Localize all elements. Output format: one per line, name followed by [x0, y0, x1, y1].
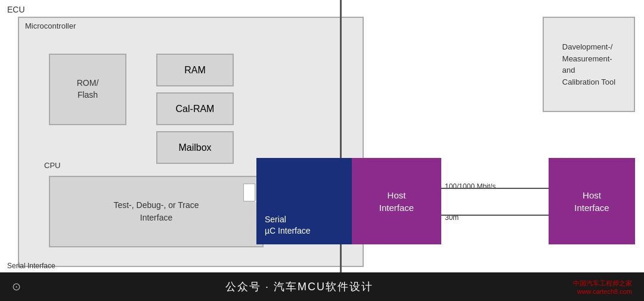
main-container: ECU Microcontroller ROM/Flash RAM Cal-RA…: [0, 0, 644, 301]
bottom-banner: ⊙ 公众号 · 汽车MCU软件设计 中国汽车工程师之家 www.cartech8…: [0, 272, 644, 301]
calram-box: Cal-RAM: [156, 92, 234, 125]
serial-interface-label: Serial Interface: [7, 262, 55, 270]
vertical-separator: [340, 0, 342, 301]
speed-label: 100/1000 Mbit/s: [445, 182, 496, 191]
wechat-icon: ⊙: [12, 280, 21, 293]
mailbox-box: Mailbox: [156, 131, 234, 164]
microcontroller-label: Microcontroller: [25, 21, 76, 30]
connector-box: [243, 184, 255, 201]
line-top: [441, 188, 549, 189]
ecu-label: ECU: [7, 5, 25, 14]
bottom-right-info: 中国汽车工程师之家 www.cartech8.com: [573, 279, 632, 295]
rom-flash-box: ROM/Flash: [49, 54, 126, 125]
ram-box: RAM: [156, 54, 234, 86]
trace-label: Test-, Debug-, or TraceInterface: [113, 199, 199, 224]
line-bottom: [441, 215, 549, 216]
trace-box: Test-, Debug-, or TraceInterface: [49, 176, 264, 247]
ram-label: RAM: [184, 65, 206, 76]
bottom-right-line2: www.cartech8.com: [573, 288, 632, 295]
cpu-label: CPU: [44, 161, 60, 170]
dev-tool-label: Davelopment-/Measurement-andCalibration …: [562, 41, 615, 88]
serial-label: SerialµC Interface: [265, 214, 311, 237]
host-interface-inner-label: HostInterface: [379, 189, 414, 214]
calram-label: Cal-RAM: [176, 104, 215, 114]
mailbox-label: Mailbox: [178, 142, 211, 153]
bottom-center-text: 公众号 · 汽车MCU软件设计: [26, 280, 573, 294]
bottom-right-line1: 中国汽车工程师之家: [573, 279, 632, 288]
host-interface-outer: HostInterface: [549, 158, 635, 244]
rom-flash-label: ROM/Flash: [77, 77, 99, 101]
host-interface-outer-label: HostInterface: [574, 189, 609, 214]
host-interface-inner: HostInterface: [352, 158, 441, 244]
dev-tool-box: Davelopment-/Measurement-andCalibration …: [543, 17, 635, 112]
